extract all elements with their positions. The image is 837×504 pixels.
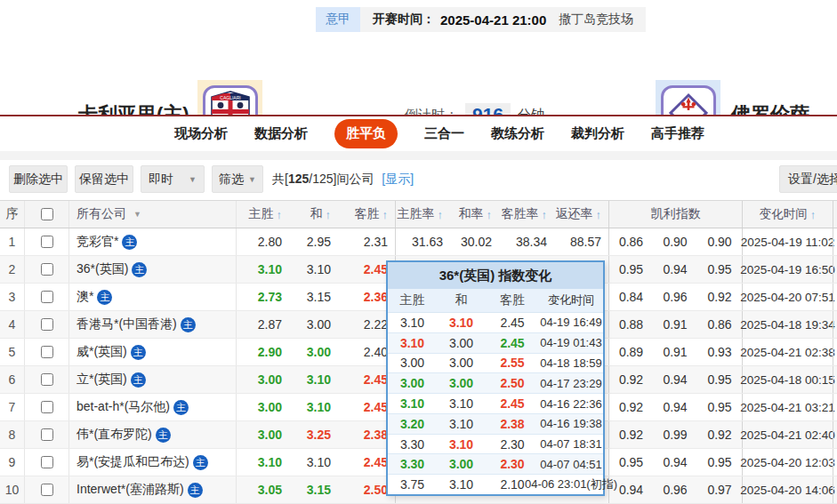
kelly-home: 0.92 [608, 394, 653, 420]
draw-odds: 3.00 [289, 339, 338, 365]
row-checkbox[interactable] [41, 456, 53, 468]
company-cell: 36*(英国)主 [69, 256, 236, 283]
popup-away-odds: 2.50 [486, 376, 539, 390]
keep-selected-button[interactable]: 保留选中 [75, 165, 133, 193]
sort-asc-icon: ↑ [596, 208, 602, 221]
popup-home-odds: 3.20 [388, 417, 437, 431]
row-checkbox-cell [25, 284, 69, 310]
company-name[interactable]: 香港马*(中国香港) [76, 316, 177, 332]
draw-odds: 3.15 [289, 284, 338, 310]
popup-change-time: 04-16 22:36 [539, 397, 603, 411]
row-checkbox[interactable] [41, 291, 53, 303]
row-checkbox[interactable] [41, 263, 53, 276]
row-tail [833, 311, 837, 338]
tab-three-in-one[interactable]: 三合一 [424, 125, 464, 142]
tab-expert[interactable]: 高手推荐 [651, 125, 704, 142]
table-header: 序 所有公司▼ 主胜↑ 和↑ 客胜↑ 主胜率↑ 和率↑ 客胜率↑ 返还率↑ 凯利… [0, 201, 837, 228]
sort-asc-icon: ↑ [326, 208, 332, 221]
company-cell: 香港马*(中国香港)主 [69, 311, 236, 338]
popup-header-home: 主胜 [388, 292, 437, 308]
tab-data[interactable]: 数据分析 [254, 125, 308, 142]
kelly-away: 0.97 [697, 476, 742, 503]
header-return-rate[interactable]: 返还率↑ [554, 201, 608, 228]
company-name[interactable]: 36*(英国) [76, 261, 128, 277]
kelly-draw: 0.94 [653, 394, 697, 420]
row-seq: 6 [0, 366, 25, 393]
tab-live[interactable]: 现场分析 [174, 125, 228, 142]
show-link[interactable]: [显示] [382, 172, 414, 186]
header-company[interactable]: 所有公司▼ [69, 201, 236, 228]
kelly-away: 0.86 [697, 311, 742, 338]
row-seq: 9 [0, 449, 25, 476]
row-checkbox[interactable] [41, 428, 53, 441]
company-name[interactable]: 伟*(直布罗陀) [76, 427, 152, 443]
popup-home-odds: 3.75 [388, 477, 437, 492]
popup-draw-odds: 3.00 [437, 356, 486, 370]
company-name[interactable]: Interwet*(塞浦路斯) [76, 482, 184, 498]
league-badge[interactable]: 意甲 [316, 7, 360, 32]
svg-text:CAGLIARI: CAGLIARI [220, 94, 240, 100]
popup-change-time: 04-19 01:43 [539, 336, 603, 349]
company-name[interactable]: 威*(英国) [76, 344, 127, 360]
home-badge-icon: 主 [122, 235, 137, 250]
header-away-rate[interactable]: 客胜率↑ [499, 201, 554, 228]
row-checkbox-cell [25, 339, 69, 365]
company-name[interactable]: 竞彩官* [76, 234, 118, 250]
company-name[interactable]: 立*(英国) [76, 372, 127, 388]
row-checkbox-cell [25, 366, 69, 393]
draw-odds: 3.25 [289, 421, 338, 448]
row-checkbox[interactable] [41, 236, 53, 248]
delete-selected-button[interactable]: 删除选中 [9, 165, 68, 193]
row-checkbox[interactable] [41, 484, 53, 496]
company-cell: 威*(英国)主 [69, 339, 236, 365]
table-row: 1竞彩官*主2.802.952.3131.6330.0238.3488.570.… [0, 228, 837, 256]
popup-home-odds: 3.10 [388, 336, 437, 350]
home-badge-icon: 主 [131, 345, 146, 360]
row-checkbox[interactable] [41, 346, 53, 358]
popup-change-time: 04-17 23:29 [539, 377, 603, 390]
row-tail [833, 228, 837, 255]
kelly-draw: 0.94 [653, 256, 697, 283]
row-seq: 4 [0, 311, 25, 338]
header-away-odds[interactable]: 客胜↑ [338, 201, 395, 228]
popup-away-odds: 2.45 [486, 316, 539, 330]
popup-draw-odds: 3.10 [437, 437, 486, 452]
odds-mode-select[interactable]: 即时 ▼ [141, 165, 205, 193]
tab-coach[interactable]: 教练分析 [491, 125, 544, 142]
header-draw-odds[interactable]: 和↑ [289, 201, 338, 228]
header-change-time[interactable]: 变化时间↑ [742, 201, 833, 228]
popup-draw-odds: 3.10 [437, 316, 486, 330]
filter-button[interactable]: 筛选 ▼ [212, 165, 263, 193]
kelly-draw: 0.90 [653, 228, 697, 255]
row-checkbox[interactable] [41, 318, 53, 331]
return-rate: 88.57 [554, 228, 608, 255]
row-seq: 7 [0, 394, 25, 420]
header-home-odds[interactable]: 主胜↑ [236, 201, 289, 228]
company-name[interactable]: 易*(安提瓜和巴布达) [76, 454, 189, 470]
company-cell: bet-at-h*(马尔他)主 [69, 394, 236, 420]
kelly-home: 0.92 [608, 366, 653, 393]
tab-referee[interactable]: 裁判分析 [571, 125, 624, 142]
home-badge-icon: 主 [132, 262, 147, 277]
popup-home-odds: 3.30 [388, 457, 437, 471]
popup-home-odds: 3.30 [388, 437, 437, 452]
kelly-home: 0.86 [608, 228, 653, 255]
row-checkbox[interactable] [41, 373, 53, 386]
header-home-rate[interactable]: 主胜率↑ [395, 201, 450, 228]
row-seq: 1 [0, 228, 25, 255]
company-name[interactable]: 澳* [76, 289, 93, 305]
kelly-draw: 0.96 [653, 284, 697, 310]
kelly-away: 0.93 [697, 339, 742, 365]
settings-select-button[interactable]: 设置/选择 [779, 165, 837, 193]
select-all-checkbox[interactable] [41, 208, 53, 220]
row-checkbox[interactable] [41, 401, 53, 413]
tab-wdl[interactable]: 胜平负 [334, 119, 398, 148]
popup-away-odds: 2.30 [486, 457, 539, 471]
row-tail [833, 449, 837, 476]
header-tail [833, 201, 837, 228]
header-draw-rate[interactable]: 和率↑ [450, 201, 499, 228]
company-name[interactable]: bet-at-h*(马尔他) [76, 399, 170, 415]
home-badge-icon: 主 [193, 455, 208, 470]
company-cell: 立*(英国)主 [69, 366, 236, 393]
company-cell: 易*(安提瓜和巴布达)主 [69, 449, 236, 476]
